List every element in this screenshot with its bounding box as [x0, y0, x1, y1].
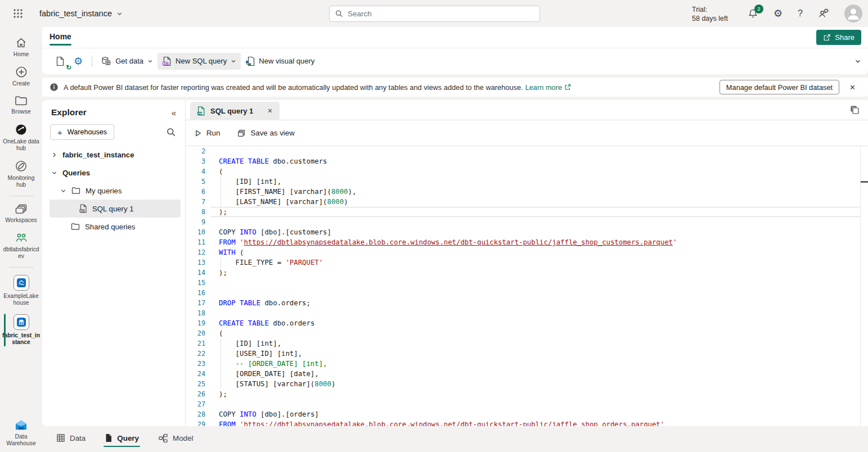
code-line[interactable]: 7 [LAST_NAME] [varchar](8000) — [186, 197, 860, 207]
settings-gear-icon[interactable]: ⚙ — [773, 8, 782, 19]
document-icon — [56, 56, 65, 66]
workspace-switcher[interactable]: fabric_test_instance — [39, 9, 123, 18]
nav-fabric-test-instance[interactable]: fabric_test_instance — [0, 310, 42, 350]
code-line[interactable]: 27 — [186, 399, 860, 409]
line-number: 6 — [186, 187, 205, 197]
code-line[interactable]: 3CREATE TABLE dbo.customers — [186, 156, 860, 166]
query-tab[interactable]: SQL SQL query 1 ✕ — [190, 102, 280, 120]
code-line[interactable]: 13 FILE_TYPE = 'PARQUET' — [186, 257, 860, 268]
code-line[interactable]: 29FROM 'https://dbtlabsynapsedatalake.bl… — [186, 419, 860, 426]
rail-divider — [9, 196, 34, 196]
learn-more-link[interactable]: Learn more — [525, 83, 571, 92]
tree-item-shared-queries[interactable]: Shared queries — [50, 218, 181, 236]
nav-onelake-data-hub[interactable]: OneLake data hub — [0, 119, 42, 156]
code-line[interactable]: 24 [ORDER_DATE] [date], — [186, 369, 860, 379]
search-box[interactable] — [329, 6, 540, 22]
people-group-icon — [15, 232, 28, 244]
tree-item-queries[interactable]: Queries — [50, 164, 181, 182]
toolbar-divider — [92, 56, 92, 67]
explorer-panel: Explorer « + Warehouses fabric_test_inst… — [42, 100, 186, 426]
code-line[interactable]: 6 [FIRST_NAME] [varchar](8000), — [186, 187, 860, 197]
collapse-panel-icon[interactable]: « — [172, 108, 176, 117]
code-line[interactable]: 21 [ID] [int], — [186, 338, 860, 349]
code-line[interactable]: 20( — [186, 328, 860, 338]
code-line[interactable]: 28COPY INTO [dbo].[orders] — [186, 409, 860, 419]
code-line[interactable]: 19CREATE TABLE dbo.orders — [186, 318, 860, 328]
editor-scrollbar[interactable] — [860, 146, 868, 426]
share-icon — [823, 34, 831, 42]
code-line[interactable]: 10COPY INTO [dbo].[customers] — [186, 227, 860, 237]
nav-dbtlabsfabricdev[interactable]: dbtlabsfabricdev — [0, 228, 42, 264]
query-tab-bar: SQL SQL query 1 ✕ — [186, 100, 868, 120]
notifications-button[interactable]: 2 — [748, 8, 758, 19]
add-warehouses-button[interactable]: + Warehouses — [50, 124, 114, 140]
view-tab-query[interactable]: Query — [104, 430, 140, 448]
nav-examplelakehouse[interactable]: ExampleLakehouse — [0, 271, 42, 310]
nav-workspaces[interactable]: Workspaces — [0, 200, 42, 228]
app-launcher-icon[interactable] — [12, 8, 24, 19]
run-button[interactable]: Run — [194, 129, 220, 137]
code-line[interactable]: 12WITH ( — [186, 247, 860, 257]
code-line[interactable]: 15 — [186, 278, 860, 288]
code-line[interactable]: 25 [STATUS] [varchar](8000) — [186, 379, 860, 389]
top-bar: fabric_test_instance Trial: 58 days left… — [0, 0, 868, 27]
new-sql-query-button[interactable]: SQL New SQL query — [158, 53, 241, 70]
help-icon[interactable]: ? — [798, 9, 803, 18]
new-visual-query-button[interactable]: New visual query — [241, 53, 319, 70]
toolbar-expand-icon[interactable] — [854, 58, 861, 65]
view-tab-data[interactable]: Data — [55, 430, 87, 448]
ribbon-tab-home[interactable]: Home — [50, 30, 71, 46]
code-text: DROP TABLE dbo.orders; — [219, 298, 311, 308]
code-line[interactable]: 22 [USER_ID] [int], — [186, 349, 860, 359]
code-line[interactable]: 26); — [186, 389, 860, 399]
close-tab-icon[interactable]: ✕ — [267, 107, 272, 115]
feedback-icon[interactable] — [818, 8, 829, 19]
person-icon — [844, 4, 862, 22]
plus-circle-icon — [15, 66, 28, 78]
nav-browse[interactable]: Browse — [0, 91, 42, 119]
banner-message: A default Power BI dataset for faster re… — [64, 83, 523, 92]
explorer-search-icon[interactable] — [167, 128, 176, 137]
indent-guide — [221, 379, 221, 389]
manage-default-dataset-button[interactable]: Manage default Power BI dataset — [719, 80, 839, 94]
code-line[interactable]: 17DROP TABLE dbo.orders; — [186, 298, 860, 308]
code-line[interactable]: 4( — [186, 166, 860, 177]
indent-guide — [221, 369, 221, 379]
line-number: 12 — [186, 247, 205, 257]
settings-button[interactable]: ⚙ — [69, 52, 87, 71]
code-line[interactable]: 8); — [186, 207, 860, 217]
nav-data-warehouse[interactable]: Data Warehouse — [0, 415, 42, 451]
view-tab-model[interactable]: Model — [157, 430, 194, 449]
tree-item-my-queries[interactable]: My queries — [50, 182, 181, 200]
code-line[interactable]: 14); — [186, 268, 860, 278]
tree-item-sql-query-1[interactable]: SQL SQL query 1 — [50, 200, 181, 218]
account-avatar[interactable] — [844, 4, 862, 22]
line-number: 25 — [186, 379, 205, 389]
get-data-button[interactable]: Get data — [97, 53, 158, 70]
sql-editor[interactable]: 23CREATE TABLE dbo.customers4(5 [ID] [in… — [186, 146, 860, 426]
chevron-down-icon — [147, 58, 153, 64]
banner-close-icon[interactable]: ✕ — [849, 83, 856, 92]
nav-home[interactable]: Home — [0, 33, 42, 62]
code-line[interactable]: 5 [ID] [int], — [186, 177, 860, 187]
save-as-view-button[interactable]: Save as view — [237, 129, 294, 138]
code-line[interactable]: 11FROM 'https://dbtlabsynapsedatalake.bl… — [186, 237, 860, 247]
line-number: 17 — [186, 298, 205, 308]
code-line[interactable]: 16 — [186, 288, 860, 298]
share-button[interactable]: Share — [816, 30, 861, 45]
refresh-button[interactable]: ↻ — [51, 53, 69, 70]
line-number: 18 — [186, 308, 205, 318]
refresh-icon: ↻ — [66, 64, 71, 71]
copy-icon[interactable] — [850, 105, 860, 115]
code-line[interactable]: 9 — [186, 217, 860, 227]
code-area: 23CREATE TABLE dbo.customers4(5 [ID] [in… — [186, 146, 860, 426]
line-number: 20 — [186, 328, 205, 338]
grid-icon — [56, 433, 65, 442]
code-line[interactable]: 18 — [186, 308, 860, 318]
code-line[interactable]: 23 -- [ORDER_DATE] [int], — [186, 359, 860, 369]
nav-monitoring-hub[interactable]: Monitoring hub — [0, 156, 42, 192]
nav-create[interactable]: Create — [0, 62, 42, 91]
tree-item-warehouse[interactable]: fabric_test_instance — [50, 146, 181, 164]
code-line[interactable]: 2 — [186, 146, 860, 156]
search-input[interactable] — [348, 10, 534, 18]
